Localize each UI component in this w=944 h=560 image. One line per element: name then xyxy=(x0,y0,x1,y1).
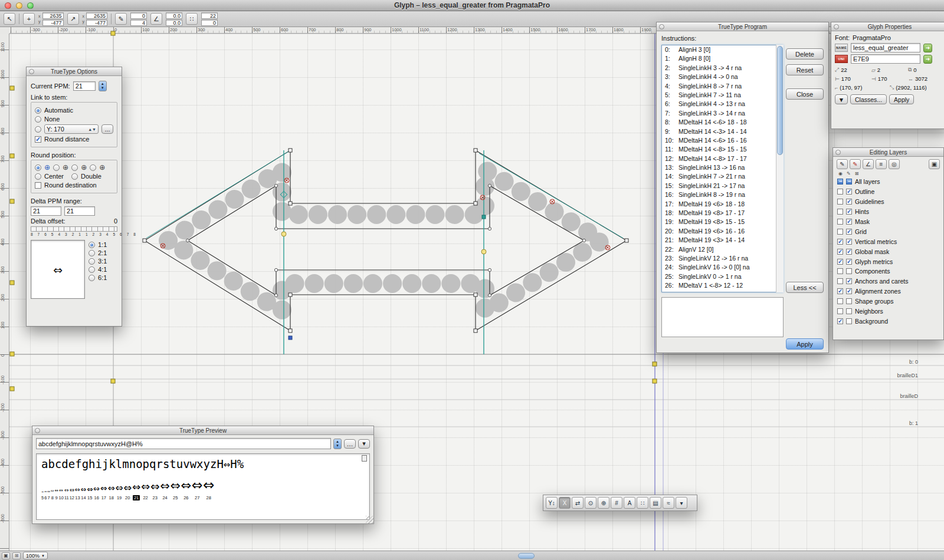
waterfall-item[interactable]: ⇔13 xyxy=(75,485,80,501)
presets-dropdown-button[interactable]: ▼ xyxy=(835,94,848,104)
waterfall-item[interactable]: ⇔10 xyxy=(59,487,64,500)
waterfall-item[interactable]: ⇔6 xyxy=(44,490,47,501)
stem-none-option[interactable]: None xyxy=(35,116,113,123)
layer-checkbox[interactable] xyxy=(837,318,843,324)
instruction-row[interactable]: 0:AlignH 3 [0] xyxy=(662,45,783,54)
waterfall-item[interactable]: ⇔14 xyxy=(81,485,86,501)
snap-button[interactable]: # xyxy=(611,497,622,509)
layer-row[interactable]: Shape groups xyxy=(833,297,943,307)
instruction-row[interactable]: 17:MDeltaH 19 <6> 18 - 18 xyxy=(662,200,783,209)
globe-icon[interactable]: ◎ xyxy=(889,159,900,169)
round-point-button[interactable]: ⊙ xyxy=(585,497,596,509)
preview-more-button[interactable]: … xyxy=(344,439,356,449)
y-lock-button[interactable]: Y↕ xyxy=(546,497,558,509)
layer-checkbox[interactable] xyxy=(837,229,843,235)
layer-checkbox[interactable] xyxy=(837,249,843,255)
delete-button[interactable]: Delete xyxy=(786,48,824,60)
panel-titlebar[interactable]: Glyph Properties xyxy=(831,22,944,31)
apply-unicode-arrow-icon[interactable]: ➜ xyxy=(923,55,932,64)
waterfall-item[interactable]: ⇔28 xyxy=(203,475,214,500)
instruction-row[interactable]: 10:MDeltaH 14 <-6> 16 - 16 xyxy=(662,136,783,145)
layer-checkbox[interactable] xyxy=(846,189,852,195)
round-mode-3-radio[interactable] xyxy=(71,164,78,171)
waterfall-item[interactable]: ⇔5 xyxy=(41,490,44,501)
layer-row[interactable]: Components xyxy=(833,266,943,276)
zoom-ratio-option[interactable]: 1:1 xyxy=(88,241,107,248)
instruction-row[interactable]: 26:MDeltaV 1 <-8> 12 - 12 xyxy=(662,281,783,290)
edit-outline-tool-icon[interactable]: ✎ xyxy=(837,159,848,169)
grid-tool-icon[interactable]: ∷ xyxy=(186,13,198,25)
layer-row[interactable]: Alignment zones xyxy=(833,286,943,297)
waterfall-item[interactable]: ⇔27 xyxy=(192,476,202,500)
instruction-row[interactable]: 18:MDeltaH 19 <8> 17 - 17 xyxy=(662,209,783,218)
close-icon[interactable] xyxy=(35,428,40,433)
radio-icon[interactable] xyxy=(35,126,41,133)
horizontal-scrollbar-thumb[interactable] xyxy=(518,553,535,559)
layer-row[interactable]: Mask xyxy=(833,217,943,227)
glyph-name-input[interactable] xyxy=(851,43,920,52)
layer-checkbox[interactable] xyxy=(846,219,852,225)
radio-icon[interactable] xyxy=(88,275,95,281)
layer-checkbox[interactable] xyxy=(846,199,852,205)
minimize-window-button[interactable] xyxy=(16,2,22,9)
x-lock-button[interactable]: X xyxy=(559,497,571,509)
layer-checkbox[interactable] xyxy=(837,288,843,294)
center-radio[interactable] xyxy=(35,173,41,180)
layer-row[interactable]: Global mask xyxy=(833,246,943,256)
instruction-row[interactable]: 3:SingleLinkH 4 -> 0 na xyxy=(662,73,783,81)
layer-row[interactable]: All layers xyxy=(833,177,943,187)
layer-row[interactable]: Guidelines xyxy=(833,197,943,207)
reset-button[interactable]: Reset xyxy=(786,64,824,75)
panel-titlebar[interactable]: TrueType Program xyxy=(657,22,828,31)
waterfall-item[interactable]: ⇔23 xyxy=(150,479,160,501)
radio-icon[interactable] xyxy=(35,107,41,114)
layer-checkbox[interactable] xyxy=(846,278,852,284)
layer-checkbox[interactable] xyxy=(837,259,843,265)
checkbox-icon[interactable] xyxy=(35,182,41,189)
radio-icon[interactable] xyxy=(88,242,95,248)
angle-tool-icon[interactable]: ∠ xyxy=(150,13,162,25)
ruler-left[interactable]: -600-500-400-300-200-1000100200300400500… xyxy=(0,34,9,551)
close-icon[interactable] xyxy=(835,150,841,155)
background-image-icon[interactable]: ▣ xyxy=(929,159,940,169)
instruction-row[interactable]: 11:MDeltaH 14 <-8> 15 - 15 xyxy=(662,145,783,154)
instruction-row[interactable]: 15:SingleLinkH 21 -> 17 na xyxy=(662,182,783,190)
apply-button[interactable]: Apply xyxy=(786,338,824,350)
layer-checkbox[interactable] xyxy=(837,298,843,304)
waterfall-item[interactable]: ⇔21 xyxy=(132,480,140,501)
instruction-row[interactable]: 23:SingleLinkV 12 -> 16 r na xyxy=(662,254,783,263)
layer-row[interactable]: Neighbors xyxy=(833,307,943,317)
round-destination-option[interactable]: Round destination xyxy=(35,182,113,189)
waterfall-item[interactable]: ⇔25 xyxy=(171,477,181,500)
scrollbar-thumb[interactable] xyxy=(777,46,783,155)
program-notes-box[interactable] xyxy=(661,297,784,337)
close-icon[interactable] xyxy=(29,69,34,74)
panel-titlebar[interactable]: TrueType Preview xyxy=(32,426,373,435)
preview-size-stepper[interactable]: ▲▼ xyxy=(333,439,342,449)
stem-more-button[interactable]: ... xyxy=(101,124,113,134)
layer-row[interactable]: Glyph metrics xyxy=(833,256,943,266)
zoom-ratio-option[interactable]: 2:1 xyxy=(88,249,107,256)
instruction-row[interactable]: 12:MDeltaH 14 <-8> 17 - 17 xyxy=(662,154,783,163)
zoom-ratio-option[interactable]: 3:1 xyxy=(88,258,107,265)
layer-checkbox[interactable] xyxy=(846,229,852,235)
layer-checkbox[interactable] xyxy=(837,199,843,205)
layer-checkbox[interactable] xyxy=(837,239,843,245)
zoom-window-button[interactable] xyxy=(27,2,34,9)
checkbox-icon[interactable] xyxy=(35,136,41,143)
waterfall-item[interactable]: ⇔19 xyxy=(116,481,123,500)
instruction-row[interactable]: 20:MDeltaH 19 <6> 16 - 16 xyxy=(662,227,783,236)
radio-icon[interactable] xyxy=(88,266,95,273)
layer-checkbox[interactable] xyxy=(846,249,852,255)
waterfall-item[interactable]: ⇔22 xyxy=(141,479,150,501)
round-mode-2-radio[interactable] xyxy=(53,164,60,171)
zoom-ratio-option[interactable]: 4:1 xyxy=(88,266,107,273)
panel-titlebar[interactable]: TrueType Options xyxy=(27,67,122,76)
instruction-row[interactable]: 9:MDeltaH 14 <-3> 14 - 14 xyxy=(662,127,783,136)
waterfall-item[interactable]: ⇔7 xyxy=(47,489,50,501)
grid-button[interactable]: ∷ xyxy=(637,497,648,509)
layer-checkbox[interactable] xyxy=(846,268,852,274)
layer-row[interactable]: Grid xyxy=(833,226,943,236)
window-titlebar[interactable]: Glyph – less_equal_greater from Pragmata… xyxy=(0,0,944,11)
waterfall-item[interactable]: ⇔16 xyxy=(93,483,100,500)
